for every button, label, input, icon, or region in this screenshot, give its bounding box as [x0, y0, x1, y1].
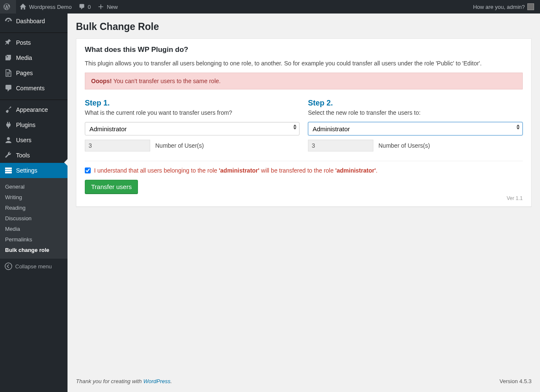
sidebar-item-appearance[interactable]: Appearance	[0, 102, 68, 117]
submenu-writing[interactable]: Writing	[0, 192, 68, 203]
role-to-count	[308, 140, 373, 151]
sidebar-item-pages[interactable]: Pages	[0, 65, 68, 81]
transfer-button[interactable]: Transfer users	[85, 180, 138, 194]
submenu-reading[interactable]: Reading	[0, 203, 68, 213]
role-from-count	[85, 140, 150, 151]
sidebar-item-comments[interactable]: Comments	[0, 81, 68, 96]
error-notice: Ooops! You can't transfer users to the s…	[85, 73, 523, 89]
submenu-permalinks[interactable]: Permalinks	[0, 234, 68, 245]
comment-icon	[78, 3, 85, 10]
submenu-discussion[interactable]: Discussion	[0, 213, 68, 224]
section-heading: What does this WP Plugin do?	[85, 46, 523, 54]
role-to-count-label: Number of Users(s)	[378, 142, 430, 149]
role-from-select[interactable]: Administrator	[85, 122, 300, 135]
role-to-select[interactable]: Administrator	[308, 122, 523, 135]
site-name: Wordpress Demo	[29, 4, 72, 10]
sidebar-item-dashboard[interactable]: Dashboard	[0, 14, 68, 29]
divider	[85, 161, 523, 161]
comments-link[interactable]: 0	[75, 0, 94, 14]
wordpress-icon	[3, 3, 10, 10]
plug-icon	[4, 121, 13, 129]
plus-icon	[97, 3, 104, 10]
sidebar-item-settings[interactable]: Settings	[0, 163, 68, 178]
submenu-general[interactable]: General	[0, 181, 68, 192]
pin-icon	[4, 38, 13, 47]
user-icon	[4, 136, 13, 144]
submenu-media[interactable]: Media	[0, 224, 68, 234]
howdy-link[interactable]: How are you, admin?	[470, 0, 537, 14]
page-title: Bulk Change Role	[76, 14, 532, 38]
step1-title: Step 1.	[85, 99, 300, 108]
sidebar-item-users[interactable]: Users	[0, 132, 68, 148]
sidebar-item-media[interactable]: Media	[0, 50, 68, 65]
main-panel: What does this WP Plugin do? This plugin…	[76, 38, 532, 207]
step-2: Step 2. Select the new role to transfer …	[308, 99, 523, 156]
collapse-icon	[4, 262, 13, 270]
comment-count: 0	[88, 4, 91, 10]
section-description: This plugin allows you to transfer all u…	[85, 60, 523, 67]
new-label: New	[107, 4, 118, 10]
wordpress-link[interactable]: WordPress	[143, 378, 170, 384]
collapse-menu[interactable]: Collapse menu	[0, 259, 68, 274]
home-icon	[19, 3, 27, 11]
brush-icon	[4, 105, 13, 114]
step-1: Step 1. What is the current role you wan…	[85, 99, 300, 156]
sidebar-item-tools[interactable]: Tools	[0, 148, 68, 163]
comment-icon	[4, 84, 13, 92]
plugin-version: Ver 1.1	[85, 195, 523, 201]
settings-submenu: General Writing Reading Discussion Media…	[0, 178, 68, 259]
admin-sidebar: Dashboard Posts Media Pages Comments App…	[0, 14, 68, 392]
step2-title: Step 2.	[308, 99, 523, 108]
sidebar-item-plugins[interactable]: Plugins	[0, 117, 68, 132]
admin-bar: Wordpress Demo 0 New How are you, admin?	[0, 0, 540, 14]
new-link[interactable]: New	[94, 0, 121, 14]
main-content: Bulk Change Role What does this WP Plugi…	[68, 14, 540, 392]
page-icon	[4, 69, 13, 77]
role-from-count-label: Number of User(s)	[155, 142, 204, 149]
submenu-bulk-change-role[interactable]: Bulk change role	[0, 245, 68, 255]
sliders-icon	[4, 166, 13, 175]
wrench-icon	[4, 151, 13, 160]
step2-question: Select the new role to transfer the user…	[308, 109, 523, 116]
avatar	[527, 3, 534, 10]
admin-footer: Thank you for creating with WordPress. V…	[76, 370, 532, 392]
confirm-checkbox[interactable]	[85, 168, 91, 173]
step1-question: What is the current role you want to tra…	[85, 109, 300, 116]
wp-logo[interactable]	[0, 0, 16, 14]
svg-point-0	[5, 263, 12, 270]
sidebar-item-posts[interactable]: Posts	[0, 35, 68, 50]
site-link[interactable]: Wordpress Demo	[16, 0, 75, 14]
media-icon	[4, 54, 13, 62]
confirm-label[interactable]: I understand that all users belonging to…	[94, 167, 378, 174]
dashboard-icon	[4, 17, 13, 25]
wp-version: Version 4.5.3	[500, 378, 532, 384]
